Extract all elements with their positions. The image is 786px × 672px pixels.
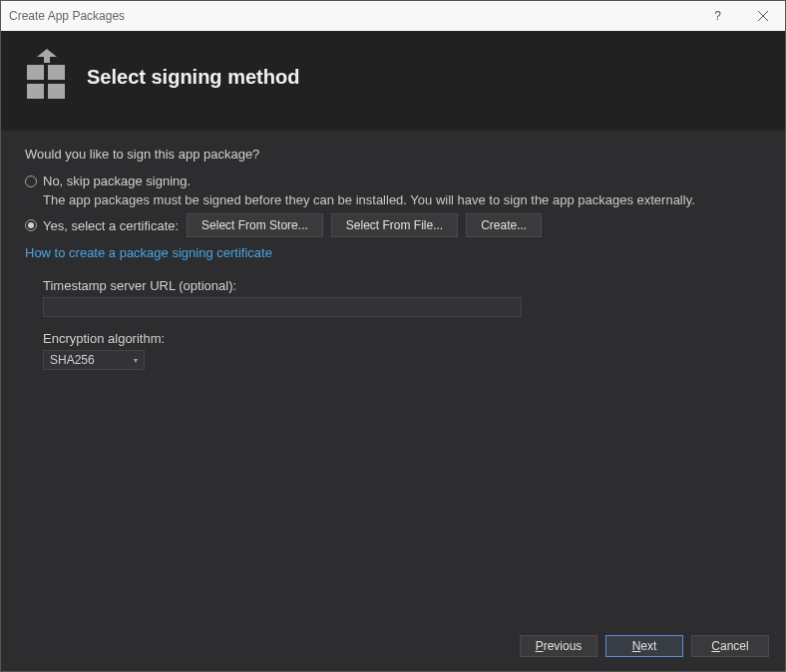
certificate-row: Yes, select a certificate: Select From S…: [25, 213, 761, 237]
svg-rect-3: [44, 55, 50, 63]
help-link[interactable]: How to create a package signing certific…: [25, 245, 272, 260]
chevron-down-icon: ▾: [134, 356, 138, 365]
create-certificate-button[interactable]: Create...: [466, 213, 542, 237]
dialog-title: Select signing method: [87, 66, 299, 89]
package-icon: [25, 49, 69, 105]
timestamp-field-group: Timestamp server URL (optional):: [43, 278, 761, 317]
svg-rect-7: [48, 84, 65, 99]
svg-rect-6: [27, 84, 44, 99]
window-title: Create App Packages: [9, 9, 695, 23]
encryption-label: Encryption algorithm:: [43, 331, 761, 346]
encryption-dropdown[interactable]: SHA256 ▾: [43, 350, 145, 370]
svg-rect-5: [48, 65, 65, 80]
encryption-field-group: Encryption algorithm: SHA256 ▾: [43, 331, 761, 370]
titlebar: Create App Packages ?: [1, 1, 785, 31]
dialog-content: Would you like to sign this app package?…: [1, 131, 785, 625]
timestamp-input[interactable]: [43, 297, 522, 317]
dialog-window: Create App Packages ? Select signing met…: [0, 0, 786, 672]
select-from-store-button[interactable]: Select From Store...: [187, 213, 323, 237]
dialog-header: Select signing method: [1, 31, 785, 131]
radio-option-yes[interactable]: Yes, select a certificate:: [25, 218, 179, 233]
radio-label-yes: Yes, select a certificate:: [43, 218, 179, 233]
close-icon: [758, 11, 768, 21]
radio-label-no: No, skip package signing.: [43, 173, 191, 188]
cancel-button[interactable]: Cancel: [691, 635, 769, 657]
option-no-description: The app packages must be signed before t…: [43, 192, 761, 207]
dialog-footer: Previous Next Cancel: [1, 625, 785, 671]
next-button[interactable]: Next: [605, 635, 683, 657]
close-button[interactable]: [740, 1, 785, 31]
select-from-file-button[interactable]: Select From File...: [331, 213, 458, 237]
radio-icon: [25, 175, 37, 187]
encryption-value: SHA256: [50, 353, 95, 367]
help-button[interactable]: ?: [695, 1, 740, 31]
radio-option-no[interactable]: No, skip package signing.: [25, 173, 761, 188]
timestamp-label: Timestamp server URL (optional):: [43, 278, 761, 293]
radio-icon: [25, 219, 37, 231]
prompt-text: Would you like to sign this app package?: [25, 147, 761, 162]
previous-button[interactable]: Previous: [520, 635, 597, 657]
svg-rect-4: [27, 65, 44, 80]
